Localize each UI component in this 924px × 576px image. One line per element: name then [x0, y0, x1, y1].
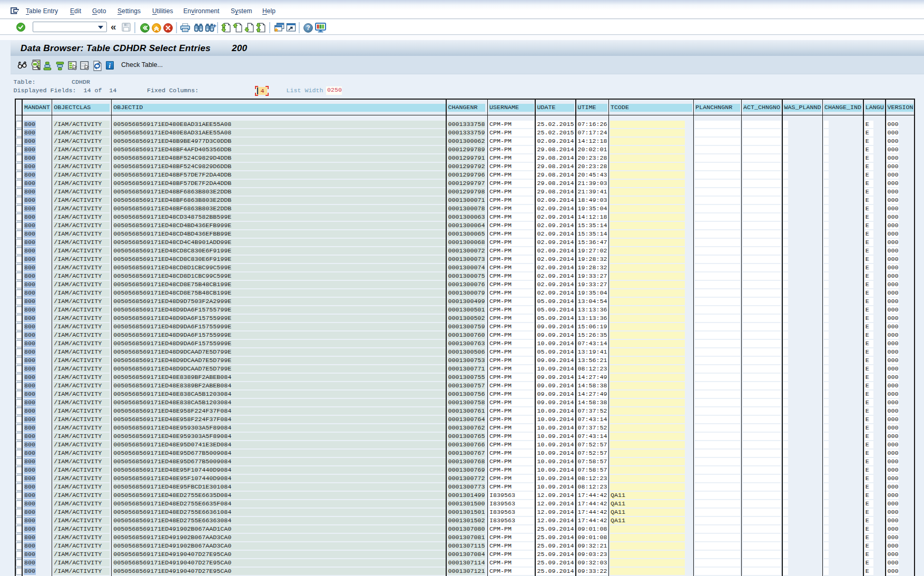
svg-text:?: ? [306, 24, 310, 32]
